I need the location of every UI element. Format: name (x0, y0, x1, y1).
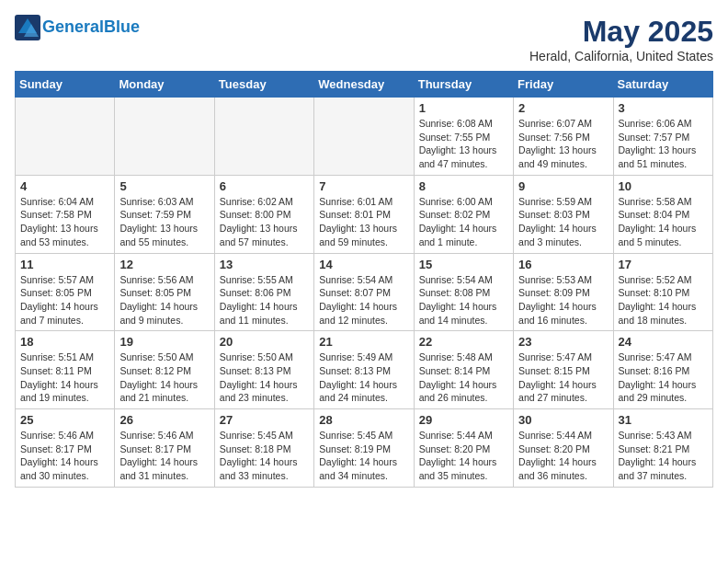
calendar-cell: 8Sunrise: 6:00 AMSunset: 8:02 PMDaylight… (414, 175, 513, 253)
calendar-cell: 20Sunrise: 5:50 AMSunset: 8:13 PMDayligh… (214, 331, 313, 409)
day-number: 9 (518, 179, 608, 193)
calendar-table: SundayMondayTuesdayWednesdayThursdayFrid… (15, 71, 713, 488)
day-number: 25 (20, 413, 109, 427)
day-number: 13 (220, 258, 309, 271)
calendar-cell: 10Sunrise: 5:58 AMSunset: 8:04 PMDayligh… (613, 175, 712, 253)
calendar-cell: 15Sunrise: 5:54 AMSunset: 8:08 PMDayligh… (414, 253, 513, 331)
calendar-cell (16, 98, 115, 176)
day-info: Sunrise: 6:06 AMSunset: 7:57 PMDaylight:… (619, 117, 708, 171)
day-number: 5 (119, 179, 209, 193)
day-info: Sunrise: 5:50 AMSunset: 8:13 PMDaylight:… (220, 350, 309, 405)
day-info: Sunrise: 5:47 AMSunset: 8:15 PMDaylight:… (518, 350, 608, 405)
day-number: 16 (518, 258, 608, 271)
day-number: 8 (419, 179, 508, 193)
calendar-week-row: 11Sunrise: 5:57 AMSunset: 8:05 PMDayligh… (16, 253, 713, 331)
day-info: Sunrise: 5:50 AMSunset: 8:12 PMDaylight:… (119, 350, 209, 405)
calendar-cell: 30Sunrise: 5:44 AMSunset: 8:20 PMDayligh… (514, 409, 613, 488)
day-number: 19 (119, 335, 209, 349)
calendar-cell: 16Sunrise: 5:53 AMSunset: 8:09 PMDayligh… (514, 253, 613, 331)
day-number: 26 (119, 413, 209, 427)
calendar-week-row: 18Sunrise: 5:51 AMSunset: 8:11 PMDayligh… (16, 331, 713, 409)
day-of-week-wednesday: Wednesday (314, 72, 414, 98)
day-info: Sunrise: 5:45 AMSunset: 8:19 PMDaylight:… (319, 429, 408, 483)
calendar-cell: 21Sunrise: 5:49 AMSunset: 8:13 PMDayligh… (314, 331, 414, 409)
day-number: 22 (419, 335, 508, 349)
day-number: 12 (119, 258, 209, 271)
day-number: 17 (619, 258, 708, 271)
day-info: Sunrise: 5:52 AMSunset: 8:10 PMDaylight:… (619, 273, 708, 327)
logo-icon (15, 15, 40, 40)
day-info: Sunrise: 6:07 AMSunset: 7:56 PMDaylight:… (518, 117, 608, 171)
calendar-cell: 24Sunrise: 5:47 AMSunset: 8:16 PMDayligh… (613, 331, 712, 409)
day-info: Sunrise: 5:48 AMSunset: 8:14 PMDaylight:… (419, 350, 508, 405)
day-number: 20 (220, 335, 309, 349)
day-info: Sunrise: 6:03 AMSunset: 7:59 PMDaylight:… (119, 195, 209, 249)
day-number: 6 (220, 179, 309, 193)
location: Herald, California, United States (529, 49, 713, 63)
calendar-cell: 14Sunrise: 5:54 AMSunset: 8:07 PMDayligh… (314, 253, 414, 331)
calendar-cell: 5Sunrise: 6:03 AMSunset: 7:59 PMDaylight… (115, 175, 214, 253)
day-info: Sunrise: 5:43 AMSunset: 8:21 PMDaylight:… (619, 429, 708, 483)
calendar-week-row: 25Sunrise: 5:46 AMSunset: 8:17 PMDayligh… (16, 409, 713, 488)
calendar-cell: 11Sunrise: 5:57 AMSunset: 8:05 PMDayligh… (16, 253, 115, 331)
day-info: Sunrise: 6:00 AMSunset: 8:02 PMDaylight:… (419, 195, 508, 249)
calendar-cell (214, 98, 313, 176)
day-info: Sunrise: 5:49 AMSunset: 8:13 PMDaylight:… (319, 350, 408, 405)
day-info: Sunrise: 5:56 AMSunset: 8:05 PMDaylight:… (119, 273, 209, 327)
day-info: Sunrise: 6:08 AMSunset: 7:55 PMDaylight:… (419, 117, 508, 171)
day-info: Sunrise: 5:51 AMSunset: 8:11 PMDaylight:… (20, 350, 109, 405)
day-number: 23 (518, 335, 608, 349)
calendar-cell: 3Sunrise: 6:06 AMSunset: 7:57 PMDaylight… (613, 98, 712, 176)
calendar-cell: 19Sunrise: 5:50 AMSunset: 8:12 PMDayligh… (115, 331, 214, 409)
day-number: 21 (319, 335, 408, 349)
calendar-cell: 7Sunrise: 6:01 AMSunset: 8:01 PMDaylight… (314, 175, 414, 253)
calendar-week-row: 1Sunrise: 6:08 AMSunset: 7:55 PMDaylight… (16, 98, 713, 176)
calendar-cell: 17Sunrise: 5:52 AMSunset: 8:10 PMDayligh… (613, 253, 712, 331)
day-number: 15 (419, 258, 508, 271)
day-of-week-monday: Monday (115, 72, 214, 98)
day-info: Sunrise: 5:57 AMSunset: 8:05 PMDaylight:… (20, 273, 109, 327)
day-info: Sunrise: 5:54 AMSunset: 8:08 PMDaylight:… (419, 273, 508, 327)
day-of-week-saturday: Saturday (613, 72, 712, 98)
calendar-cell: 12Sunrise: 5:56 AMSunset: 8:05 PMDayligh… (115, 253, 214, 331)
day-number: 14 (319, 258, 408, 271)
day-number: 29 (419, 413, 508, 427)
calendar-cell (314, 98, 414, 176)
title-block: May 2025 Herald, California, United Stat… (529, 15, 713, 63)
calendar-cell: 18Sunrise: 5:51 AMSunset: 8:11 PMDayligh… (16, 331, 115, 409)
day-info: Sunrise: 6:02 AMSunset: 8:00 PMDaylight:… (220, 195, 309, 249)
day-info: Sunrise: 5:55 AMSunset: 8:06 PMDaylight:… (220, 273, 309, 327)
calendar-header-row: SundayMondayTuesdayWednesdayThursdayFrid… (16, 72, 713, 98)
day-of-week-tuesday: Tuesday (214, 72, 313, 98)
logo-line2: Blue (104, 17, 140, 36)
day-number: 10 (619, 179, 708, 193)
calendar-week-row: 4Sunrise: 6:04 AMSunset: 7:58 PMDaylight… (16, 175, 713, 253)
day-number: 4 (20, 179, 109, 193)
day-info: Sunrise: 5:54 AMSunset: 8:07 PMDaylight:… (319, 273, 408, 327)
calendar-cell: 1Sunrise: 6:08 AMSunset: 7:55 PMDaylight… (414, 98, 513, 176)
day-number: 11 (20, 258, 109, 271)
day-info: Sunrise: 5:46 AMSunset: 8:17 PMDaylight:… (119, 429, 209, 483)
logo-text: GeneralBlue (42, 18, 140, 37)
day-of-week-sunday: Sunday (16, 72, 115, 98)
calendar-cell: 13Sunrise: 5:55 AMSunset: 8:06 PMDayligh… (214, 253, 313, 331)
calendar-cell: 29Sunrise: 5:44 AMSunset: 8:20 PMDayligh… (414, 409, 513, 488)
calendar-cell: 9Sunrise: 5:59 AMSunset: 8:03 PMDaylight… (514, 175, 613, 253)
day-number: 30 (518, 413, 608, 427)
day-info: Sunrise: 6:01 AMSunset: 8:01 PMDaylight:… (319, 195, 408, 249)
calendar-cell: 28Sunrise: 5:45 AMSunset: 8:19 PMDayligh… (314, 409, 414, 488)
day-number: 3 (619, 101, 708, 115)
calendar-cell: 4Sunrise: 6:04 AMSunset: 7:58 PMDaylight… (16, 175, 115, 253)
day-info: Sunrise: 5:58 AMSunset: 8:04 PMDaylight:… (619, 195, 708, 249)
calendar-cell: 22Sunrise: 5:48 AMSunset: 8:14 PMDayligh… (414, 331, 513, 409)
day-of-week-thursday: Thursday (414, 72, 513, 98)
day-info: Sunrise: 5:44 AMSunset: 8:20 PMDaylight:… (419, 429, 508, 483)
day-info: Sunrise: 5:47 AMSunset: 8:16 PMDaylight:… (619, 350, 708, 405)
day-info: Sunrise: 5:44 AMSunset: 8:20 PMDaylight:… (518, 429, 608, 483)
calendar-cell (115, 98, 214, 176)
day-info: Sunrise: 6:04 AMSunset: 7:58 PMDaylight:… (20, 195, 109, 249)
calendar-cell: 27Sunrise: 5:45 AMSunset: 8:18 PMDayligh… (214, 409, 313, 488)
calendar-cell: 2Sunrise: 6:07 AMSunset: 7:56 PMDaylight… (514, 98, 613, 176)
day-info: Sunrise: 5:53 AMSunset: 8:09 PMDaylight:… (518, 273, 608, 327)
day-number: 28 (319, 413, 408, 427)
